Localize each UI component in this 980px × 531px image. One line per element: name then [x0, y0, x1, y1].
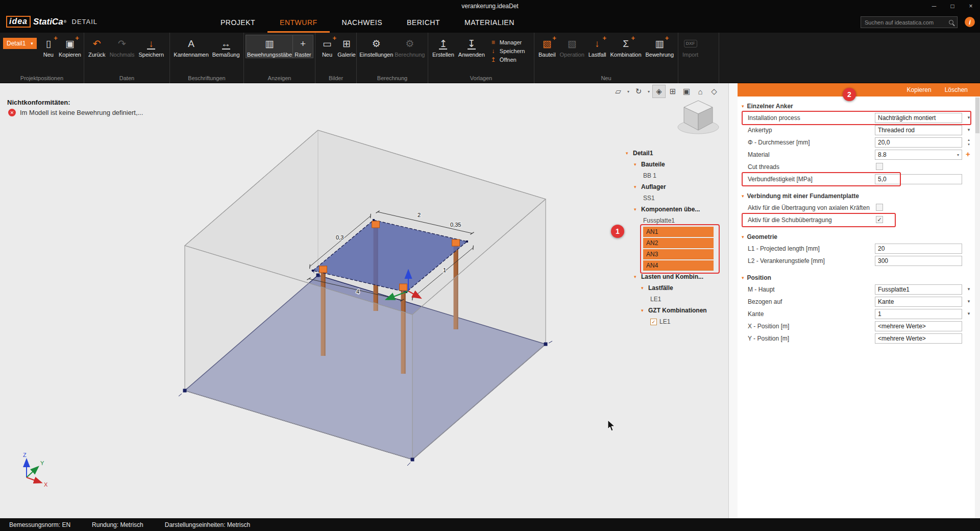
minimize-button[interactable]: ─	[925, 0, 943, 12]
l2-depth-input[interactable]: 300	[875, 256, 962, 266]
copy-project-item-button[interactable]: ▣+ Kopieren	[58, 35, 82, 58]
tree-item-an2[interactable]: AN2	[626, 237, 728, 249]
new-operation-button[interactable]: ▧ Operation	[558, 35, 586, 58]
y-position-input[interactable]: <mehrere Werte>	[875, 333, 962, 344]
section-position[interactable]: ▾ Position	[738, 272, 975, 283]
section-geometrie[interactable]: ▾ Geometrie	[738, 231, 975, 243]
chevron-down-icon[interactable]: ▾	[634, 207, 641, 212]
add-material-button[interactable]: +	[966, 150, 970, 158]
chevron-down-icon[interactable]: ▾	[626, 89, 631, 94]
l1-length-input[interactable]: 20	[875, 244, 962, 254]
copy-anchor-button[interactable]: Kopieren	[907, 86, 932, 93]
section-plane-icon[interactable]: ▱	[612, 85, 624, 98]
panel-splitter[interactable]	[728, 83, 738, 518]
shear-transfer-checkbox[interactable]: ✓	[876, 216, 883, 223]
chevron-down-icon[interactable]: ▾	[965, 286, 973, 292]
template-create-button[interactable]: ↥ Erstellen	[430, 35, 456, 58]
master-select[interactable]: Fussplatte1	[875, 284, 962, 295]
x-position-input[interactable]: <mehrere Werte>	[875, 321, 962, 331]
save-button[interactable]: ↓ Speichern	[137, 35, 166, 58]
section-einzelner-anker[interactable]: ▾ Einzelner Anker	[738, 101, 975, 112]
dxf-import-button[interactable]: DXF Import	[680, 35, 700, 58]
tab-nachweis[interactable]: NACHWEIS	[330, 12, 395, 33]
tree-item-komponenten[interactable]: ▾ Komponenten übe...	[626, 204, 728, 215]
axial-transfer-checkbox[interactable]	[876, 204, 883, 211]
chevron-down-icon[interactable]: ▾	[965, 311, 973, 316]
edge-select[interactable]: 1	[875, 309, 962, 319]
tree-item-an1[interactable]: AN1	[626, 226, 728, 237]
chevron-down-icon[interactable]: ▾	[965, 299, 973, 304]
tree-item-fussplatte1[interactable]: Fussplatte1	[626, 215, 728, 226]
close-button[interactable]: ×	[962, 0, 980, 12]
new-load-case-button[interactable]: ↓+ Lastfall	[586, 35, 608, 58]
tab-projekt[interactable]: PROJEKT	[208, 12, 267, 33]
tree-item-bb1[interactable]: BB 1	[626, 170, 728, 181]
template-open-button[interactable]: ↥ Öffnen	[490, 56, 525, 63]
combination-checkbox[interactable]: ✓	[650, 319, 657, 325]
tree-item-an4[interactable]: AN4	[626, 260, 728, 271]
tree-item-le1[interactable]: LE1	[626, 294, 728, 305]
info-icon[interactable]: i	[965, 17, 975, 27]
chevron-down-icon[interactable]: ▾	[641, 285, 648, 291]
chevron-down-icon[interactable]: ▾	[634, 184, 641, 189]
panel-scrollbar[interactable]	[975, 96, 980, 518]
iso-view-icon[interactable]: ◇	[708, 85, 720, 98]
delete-anchor-button[interactable]: Löschen	[945, 86, 968, 93]
tree-item-bauteile[interactable]: ▾ Bauteile	[626, 159, 728, 170]
calculate-button[interactable]: ⚙ Berechnung	[394, 35, 426, 58]
tree-item-auflager[interactable]: ▾ Auflager	[626, 181, 728, 192]
show-rebar-button[interactable]: ▥ Bewehrungsstäbe	[246, 35, 293, 58]
template-manager-button[interactable]: ≡ Manager	[490, 39, 525, 46]
section-verbindung-fundamentplatte[interactable]: ▾ Verbindung mit einer Fundamentplatte	[738, 190, 975, 202]
tree-item-lasten[interactable]: ▾ Lasten und Kombin...	[626, 271, 728, 282]
chevron-down-icon[interactable]: ▾	[626, 151, 633, 156]
chevron-down-icon[interactable]: ▾	[634, 274, 641, 279]
wireframe-view-icon[interactable]: ◈	[653, 85, 665, 98]
chevron-down-icon[interactable]: ▾	[646, 89, 651, 94]
tab-materialien[interactable]: MATERIALIEN	[452, 12, 527, 33]
tree-item-detail1[interactable]: ▾ Detail1	[626, 148, 728, 159]
template-save-button[interactable]: ↓ Speichern	[490, 47, 525, 55]
related-to-select[interactable]: Kante	[875, 297, 962, 307]
diameter-stepper[interactable]: ▴▾	[965, 137, 973, 147]
template-apply-button[interactable]: ↧ Anwenden	[456, 35, 487, 58]
gallery-button[interactable]: ⊞ Galerie	[337, 35, 356, 58]
diameter-input[interactable]: 20,0	[875, 137, 962, 148]
anchor-type-select[interactable]: Threaded rod	[875, 125, 962, 135]
redo-button[interactable]: ↷ Nochmals	[108, 35, 137, 58]
material-select[interactable]: 8.8▾	[875, 150, 962, 160]
tree-item-le1-combination[interactable]: ✓ LE1	[626, 316, 728, 327]
tree-item-lastfaelle[interactable]: ▾ Lastfälle	[626, 282, 728, 294]
chevron-down-icon[interactable]: ▾	[641, 308, 648, 313]
installation-process-select[interactable]: Nachträglich montiert	[875, 113, 962, 123]
settings-button[interactable]: ⚙ Einstellungen	[359, 35, 394, 58]
new-project-item-button[interactable]: ▯+ Neu	[39, 35, 58, 58]
new-picture-button[interactable]: ▭+ Neu	[317, 35, 337, 58]
orbit-icon[interactable]: ↻	[632, 85, 645, 98]
panes-view-icon[interactable]: ⊞	[667, 85, 679, 98]
tab-bericht[interactable]: BERICHT	[395, 12, 452, 33]
undo-button[interactable]: ↶ Zurück	[86, 35, 108, 58]
3d-scene[interactable]: 2 0,35 0,3 4 1	[0, 83, 728, 518]
chevron-down-icon[interactable]: ▾	[634, 162, 641, 167]
search-icon[interactable]	[949, 20, 953, 25]
chevron-down-icon[interactable]: ▾	[965, 127, 973, 132]
new-combination-button[interactable]: Σ+ Kombination	[608, 35, 644, 58]
search-input[interactable]	[865, 19, 946, 26]
tree-item-an3[interactable]: AN3	[626, 249, 728, 260]
screenshot-icon[interactable]: ▣	[680, 85, 693, 98]
edge-names-button[interactable]: A Kantennamen	[172, 35, 210, 58]
chevron-down-icon[interactable]: ▾	[965, 115, 973, 120]
new-reinforcement-button[interactable]: ▥+ Bewehrung	[644, 35, 676, 58]
home-view-icon[interactable]: ⌂	[694, 85, 706, 98]
tree-item-ss1[interactable]: SS1	[626, 192, 728, 204]
bond-strength-input[interactable]: 5,0	[875, 174, 962, 184]
dimension-button[interactable]: ↔ Bemaßung	[210, 35, 241, 58]
detail-selector[interactable]: Detail1 ▾	[3, 38, 37, 49]
cut-threads-checkbox[interactable]	[876, 163, 883, 170]
tree-item-gzt-kombinationen[interactable]: ▾ GZT Kombinationen	[626, 305, 728, 316]
show-grid-button[interactable]: + Raster	[293, 35, 313, 58]
viewport-3d[interactable]: 2 0,35 0,3 4 1	[0, 83, 728, 518]
tab-entwurf[interactable]: ENTWURF	[267, 12, 330, 33]
new-member-button[interactable]: ▧+ Bauteil	[536, 35, 558, 58]
